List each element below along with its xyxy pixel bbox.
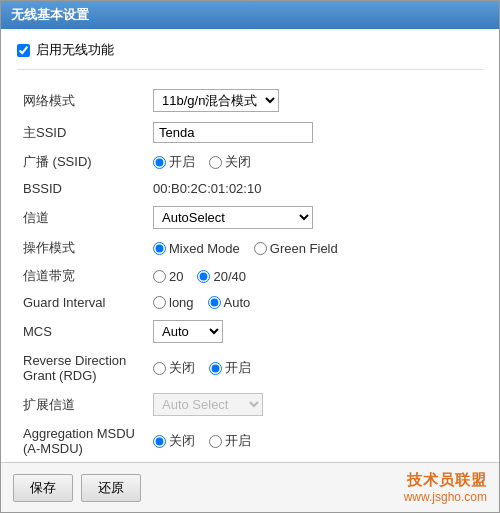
- operation-mode-row: 操作模式 Mixed Mode Green Field: [17, 234, 483, 262]
- enable-wireless-checkbox[interactable]: [17, 44, 30, 57]
- gi-long-radio[interactable]: [153, 296, 166, 309]
- ssid-row: 主SSID: [17, 117, 483, 148]
- watermark-line2: www.jsgho.com: [404, 490, 487, 504]
- broadcast-off-radio[interactable]: [209, 156, 222, 169]
- bssid-value: 00:B0:2C:01:02:10: [153, 181, 261, 196]
- rdg-label: Reverse DirectionGrant (RDG): [17, 348, 147, 388]
- rdg-on-label: 开启: [225, 359, 251, 377]
- mcs-select-row: Auto 0 1 2 7: [153, 320, 477, 343]
- bw-2040-radio[interactable]: [197, 270, 210, 283]
- gi-auto-label: Auto: [224, 295, 251, 310]
- green-field-item: Green Field: [254, 241, 338, 256]
- gi-long-item: long: [153, 295, 194, 310]
- channel-label: 信道: [17, 201, 147, 234]
- amsdu-off-item: 关闭: [153, 432, 195, 450]
- guard-interval-radio-group: long Auto: [153, 295, 477, 310]
- amsdu-row: Aggregation MSDU(A-MSDU) 关闭 开启: [17, 421, 483, 461]
- amsdu-on-label: 开启: [225, 432, 251, 450]
- content-area: 启用无线功能 网络模式 11b/g/n混合模式 11b模式 11g模式 11n模…: [1, 29, 499, 462]
- rdg-row: Reverse DirectionGrant (RDG) 关闭 开启: [17, 348, 483, 388]
- guard-interval-row: Guard Interval long Auto: [17, 290, 483, 315]
- mcs-label: MCS: [17, 315, 147, 348]
- broadcast-on-radio[interactable]: [153, 156, 166, 169]
- watermark-line1: 技术员联盟: [407, 471, 487, 490]
- amsdu-label: Aggregation MSDU(A-MSDU): [17, 421, 147, 461]
- settings-table: 网络模式 11b/g/n混合模式 11b模式 11g模式 11n模式 主SSID: [17, 84, 483, 461]
- broadcast-off-item: 关闭: [209, 153, 251, 171]
- reset-button[interactable]: 还原: [81, 474, 141, 502]
- rdg-on-item: 开启: [209, 359, 251, 377]
- main-window: 无线基本设置 启用无线功能 网络模式 11b/g/n混合模式 11b模式 11g…: [0, 0, 500, 513]
- gi-auto-radio[interactable]: [208, 296, 221, 309]
- bw-2040-label: 20/40: [213, 269, 246, 284]
- channel-row: 信道 AutoSelect 1 2 3 4 5 6 13: [17, 201, 483, 234]
- network-mode-select[interactable]: 11b/g/n混合模式 11b模式 11g模式 11n模式: [153, 89, 279, 112]
- green-field-radio[interactable]: [254, 242, 267, 255]
- amsdu-on-item: 开启: [209, 432, 251, 450]
- mixed-mode-label: Mixed Mode: [169, 241, 240, 256]
- broadcast-on-label: 开启: [169, 153, 195, 171]
- title-bar: 无线基本设置: [1, 1, 499, 29]
- bw-20-radio[interactable]: [153, 270, 166, 283]
- broadcast-on-item: 开启: [153, 153, 195, 171]
- mixed-mode-radio[interactable]: [153, 242, 166, 255]
- ext-channel-row: 扩展信道 Auto Select: [17, 388, 483, 421]
- amsdu-off-label: 关闭: [169, 432, 195, 450]
- gi-long-label: long: [169, 295, 194, 310]
- rdg-on-radio[interactable]: [209, 362, 222, 375]
- bw-2040-item: 20/40: [197, 269, 246, 284]
- mixed-mode-item: Mixed Mode: [153, 241, 240, 256]
- enable-wireless-label[interactable]: 启用无线功能: [36, 41, 114, 59]
- rdg-radio-group: 关闭 开启: [153, 359, 477, 377]
- broadcast-row: 广播 (SSID) 开启 关闭: [17, 148, 483, 176]
- watermark: 技术员联盟 www.jsgho.com: [404, 471, 487, 504]
- footer-buttons: 保存 还原: [13, 474, 141, 502]
- operation-mode-label: 操作模式: [17, 234, 147, 262]
- guard-interval-label: Guard Interval: [17, 290, 147, 315]
- broadcast-label: 广播 (SSID): [17, 148, 147, 176]
- rdg-off-radio[interactable]: [153, 362, 166, 375]
- broadcast-off-label: 关闭: [225, 153, 251, 171]
- network-mode-label: 网络模式: [17, 84, 147, 117]
- operation-mode-radio-group: Mixed Mode Green Field: [153, 241, 477, 256]
- amsdu-off-radio[interactable]: [153, 435, 166, 448]
- channel-select[interactable]: AutoSelect 1 2 3 4 5 6 13: [153, 206, 313, 229]
- broadcast-radio-group: 开启 关闭: [153, 153, 477, 171]
- bandwidth-radio-group: 20 20/40: [153, 269, 477, 284]
- rdg-off-label: 关闭: [169, 359, 195, 377]
- network-mode-row: 网络模式 11b/g/n混合模式 11b模式 11g模式 11n模式: [17, 84, 483, 117]
- mcs-select[interactable]: Auto 0 1 2 7: [153, 320, 223, 343]
- gi-auto-item: Auto: [208, 295, 251, 310]
- green-field-label: Green Field: [270, 241, 338, 256]
- bw-20-label: 20: [169, 269, 183, 284]
- save-button[interactable]: 保存: [13, 474, 73, 502]
- ssid-input[interactable]: [153, 122, 313, 143]
- rdg-off-item: 关闭: [153, 359, 195, 377]
- title-text: 无线基本设置: [11, 7, 89, 22]
- bw-20-item: 20: [153, 269, 183, 284]
- enable-wireless-row: 启用无线功能: [17, 41, 483, 70]
- bandwidth-label: 信道带宽: [17, 262, 147, 290]
- ext-channel-select[interactable]: Auto Select: [153, 393, 263, 416]
- amsdu-on-radio[interactable]: [209, 435, 222, 448]
- mcs-row: MCS Auto 0 1 2 7: [17, 315, 483, 348]
- ssid-label: 主SSID: [17, 117, 147, 148]
- bssid-label: BSSID: [17, 176, 147, 201]
- ext-channel-label: 扩展信道: [17, 388, 147, 421]
- amsdu-radio-group: 关闭 开启: [153, 432, 477, 450]
- footer: 保存 还原 技术员联盟 www.jsgho.com: [1, 462, 499, 512]
- bandwidth-row: 信道带宽 20 20/40: [17, 262, 483, 290]
- bssid-row: BSSID 00:B0:2C:01:02:10: [17, 176, 483, 201]
